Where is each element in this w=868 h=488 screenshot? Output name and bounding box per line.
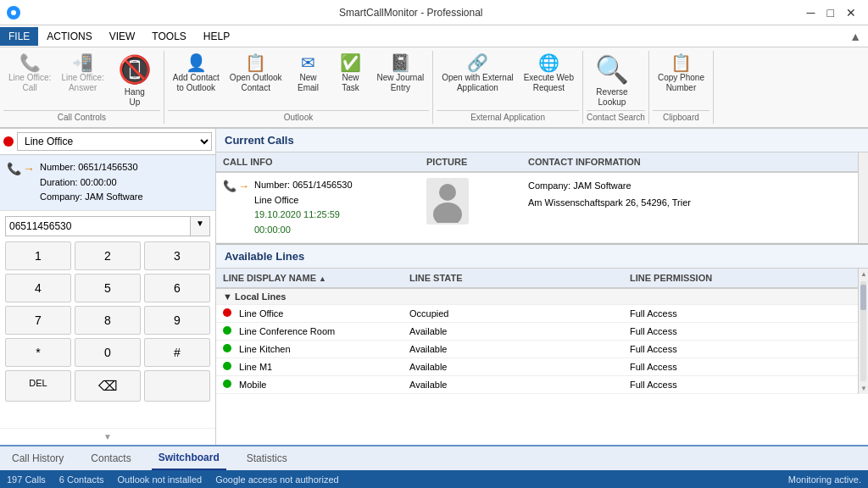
- line-office-call-button[interactable]: 📞 Line Office:Call: [3, 51, 56, 97]
- active-call-info: Number: 0651/1456530 Duration: 00:00:00 …: [40, 160, 143, 205]
- add-contact-button[interactable]: 👤 Add Contactto Outlook: [168, 51, 225, 97]
- call-timestamp: 19.10.2020 11:25:59: [254, 208, 353, 223]
- new-journal-button[interactable]: 📓 New JournalEntry: [372, 51, 430, 97]
- line-status-indicator: [3, 136, 14, 147]
- menu-tools[interactable]: TOOLS: [143, 27, 194, 46]
- key-6[interactable]: 6: [144, 274, 210, 302]
- line-name-cell: Line Conference Room: [216, 323, 403, 341]
- transfer-arrow-icon: →: [23, 162, 35, 175]
- local-lines-label: ▼ Local Lines: [216, 288, 858, 305]
- ribbon-group-outlook: 👤 Add Contactto Outlook 📋 Open OutlookCo…: [164, 51, 433, 124]
- col-picture: PICTURE: [420, 152, 521, 172]
- table-row: Line Office Occupied Full Access: [216, 305, 858, 323]
- scrollbar-up[interactable]: ▲: [859, 269, 868, 280]
- open-with-external-label: Open with ExternalApplication: [442, 73, 514, 93]
- key-8[interactable]: 8: [75, 306, 141, 335]
- key-3[interactable]: 3: [144, 241, 210, 270]
- right-panel: Current Calls CALL INFO PICTURE CONTACT …: [216, 129, 868, 445]
- dialpad: ▼ 1 2 3 4 5 6 7 8 9 * 0 # DEL ⌫: [0, 211, 215, 407]
- status-calls: 197 Calls: [7, 474, 46, 485]
- svg-point-2: [439, 184, 456, 201]
- key-empty: [144, 370, 210, 402]
- hang-up-button[interactable]: 📵 HangUp: [109, 51, 160, 110]
- line-perm-cell: Full Access: [623, 305, 858, 323]
- scrollbar-down[interactable]: ▼: [859, 383, 868, 394]
- key-5[interactable]: 5: [75, 274, 141, 302]
- current-calls-header: Current Calls: [216, 129, 868, 152]
- status-monitoring: Monitoring active.: [788, 474, 861, 485]
- group-collapse-icon[interactable]: ▼: [223, 291, 232, 302]
- reverse-lookup-label: ReverseLookup: [596, 87, 627, 108]
- key-9[interactable]: 9: [144, 306, 210, 335]
- hang-up-label: HangUp: [125, 87, 145, 108]
- open-outlook-contact-button[interactable]: 📋 Open OutlookContact: [225, 51, 287, 97]
- calls-section-scrollbar[interactable]: [858, 152, 868, 243]
- new-task-label: NewTask: [342, 73, 359, 93]
- ribbon-contact-search-buttons: 🔍 ReverseLookup: [587, 51, 645, 110]
- lines-table-wrapper: LINE DISPLAY NAME ▲ LINE STATE LINE PERM…: [216, 269, 868, 394]
- call-row-info-cell: 📞 → Number: 0651/1456530 Line Office 19.…: [216, 172, 420, 243]
- menu-help[interactable]: HELP: [195, 27, 238, 46]
- dial-input-dropdown[interactable]: ▼: [191, 216, 210, 236]
- col-line-perm[interactable]: LINE PERMISSION: [623, 269, 858, 288]
- line-selector: Line Office: [0, 129, 215, 155]
- execute-web-button[interactable]: 🌐 Execute WebRequest: [519, 51, 579, 97]
- key-backspace[interactable]: ⌫: [75, 370, 141, 402]
- line-selector-dropdown[interactable]: Line Office: [17, 132, 212, 151]
- menu-view[interactable]: VIEW: [101, 27, 144, 46]
- col-line-name[interactable]: LINE DISPLAY NAME ▲: [216, 269, 403, 288]
- ribbon-group-external: 🔗 Open with ExternalApplication 🌐 Execut…: [433, 51, 583, 124]
- maximize-button[interactable]: □: [822, 4, 839, 21]
- call-transfer-icon: →: [238, 180, 249, 192]
- outlook-group-label: Outlook: [168, 110, 429, 124]
- line-name-label: Line Conference Room: [239, 326, 335, 336]
- left-panel-scroll-down[interactable]: ▼: [103, 432, 112, 441]
- tab-contacts[interactable]: Contacts: [84, 447, 137, 469]
- ribbon-outlook-buttons: 👤 Add Contactto Outlook 📋 Open OutlookCo…: [168, 51, 429, 110]
- menu-file[interactable]: FILE: [0, 27, 38, 46]
- key-1[interactable]: 1: [5, 241, 71, 270]
- dial-input[interactable]: [5, 216, 191, 236]
- svg-point-1: [11, 10, 16, 15]
- status-dot-available: [223, 326, 231, 335]
- col-line-state[interactable]: LINE STATE: [403, 269, 623, 288]
- reverse-lookup-icon: 🔍: [595, 53, 629, 86]
- call-number: Number: 0651/1456530: [254, 178, 353, 193]
- copy-phone-label: Copy PhoneNumber: [658, 73, 704, 93]
- open-with-external-button[interactable]: 🔗 Open with ExternalApplication: [437, 51, 519, 97]
- line-perm-cell: Full Access: [623, 358, 858, 376]
- minimize-button[interactable]: ─: [802, 4, 821, 21]
- line-state-cell: Available: [403, 376, 623, 394]
- copy-phone-button[interactable]: 📋 Copy PhoneNumber: [653, 51, 709, 97]
- key-2[interactable]: 2: [75, 241, 141, 270]
- key-4[interactable]: 4: [5, 274, 71, 302]
- reverse-lookup-button[interactable]: 🔍 ReverseLookup: [587, 51, 637, 110]
- new-email-button[interactable]: ✉ NewEmail: [287, 51, 330, 97]
- svg-point-3: [433, 202, 462, 223]
- key-0[interactable]: 0: [75, 338, 141, 367]
- keypad: 1 2 3 4 5 6 7 8 9 * 0 # DEL ⌫: [5, 241, 210, 402]
- window-controls[interactable]: ─ □ ✕: [802, 4, 861, 21]
- key-del[interactable]: DEL: [5, 370, 71, 402]
- lines-section-scrollbar[interactable]: ▲ ▼: [858, 269, 868, 394]
- ribbon-clipboard-buttons: 📋 Copy PhoneNumber: [653, 51, 709, 110]
- status-contacts: 6 Contacts: [59, 474, 104, 485]
- close-button[interactable]: ✕: [841, 4, 861, 21]
- key-star[interactable]: *: [5, 338, 71, 367]
- call-line-name: Line Office: [254, 193, 353, 208]
- call-contact-info-cell: Company: JAM Software Am Wissenschaftspa…: [521, 172, 858, 243]
- key-hash[interactable]: #: [144, 338, 210, 367]
- line-office-answer-button[interactable]: 📲 Line Office:Answer: [56, 51, 108, 97]
- call-controls-group-label: Call Controls: [3, 110, 160, 124]
- table-row: Line Kitchen Available Full Access: [216, 341, 858, 358]
- new-task-button[interactable]: ✅ NewTask: [330, 51, 372, 97]
- contact-details: Company: JAM Software Am Wissenschaftspa…: [528, 178, 851, 212]
- tab-call-history[interactable]: Call History: [5, 447, 70, 469]
- menu-actions[interactable]: ACTIONS: [38, 27, 100, 46]
- ribbon-collapse-icon[interactable]: ▲: [843, 26, 868, 47]
- tab-switchboard[interactable]: Switchboard: [152, 446, 226, 470]
- contact-avatar: [426, 178, 469, 225]
- key-7[interactable]: 7: [5, 306, 71, 335]
- hang-up-icon: 📵: [118, 53, 152, 86]
- tab-statistics[interactable]: Statistics: [240, 447, 294, 469]
